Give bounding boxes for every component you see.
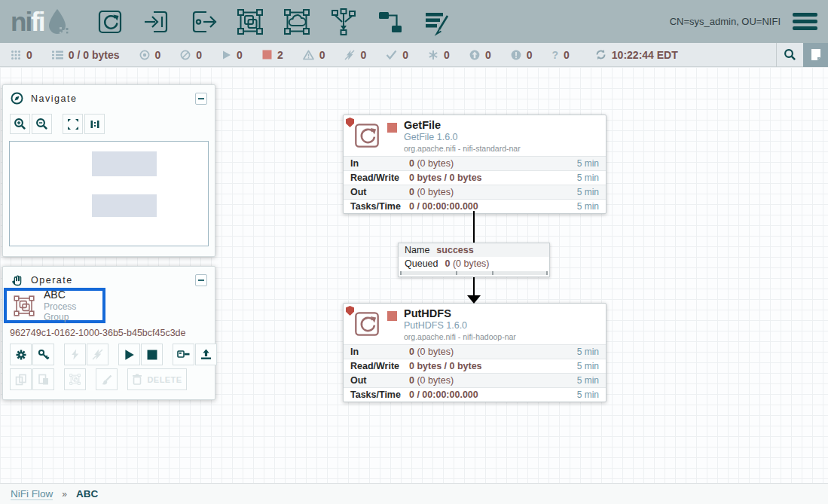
queued-stat: 0 / 0 bytes: [52, 49, 120, 61]
zoom-actual-size-icon[interactable]: [84, 114, 105, 134]
create-template-icon[interactable]: [173, 344, 194, 365]
birdseye-minimap[interactable]: [9, 141, 209, 246]
zoom-out-icon[interactable]: [32, 114, 52, 134]
delete-label: DELETE: [147, 375, 182, 384]
up-to-date-count: 0: [402, 49, 408, 61]
running-count: 0: [237, 49, 243, 61]
flow-canvas[interactable]: Name success Queued 0 (0 bytes) GetFile …: [0, 67, 828, 483]
upload-template-icon[interactable]: [195, 344, 217, 365]
processor-header: GetFile GetFile 1.6.0 org.apache.nifi - …: [344, 115, 606, 156]
queued-icon: [52, 50, 63, 60]
search-button[interactable]: [776, 43, 803, 67]
stale-icon: [469, 50, 480, 60]
minimap-processor-rect: [92, 151, 157, 176]
navigate-header: Navigate: [3, 85, 215, 109]
stat-row-out: Out 0 (0 bytes) 5 min: [344, 373, 606, 387]
breadcrumb-root-link[interactable]: NiFi Flow: [11, 488, 53, 500]
label-tool-icon[interactable]: [422, 7, 452, 37]
process-group-icon: [11, 294, 38, 318]
configure-gear-icon[interactable]: [10, 344, 32, 365]
selection-titles: ABC Process Group: [44, 289, 102, 322]
note-page-icon: [810, 48, 822, 61]
enable-bolt-icon[interactable]: [64, 344, 86, 365]
not-transmitting-stat: 0: [180, 49, 202, 61]
selection-name: ABC: [44, 289, 102, 301]
nifi-droplet-icon: [47, 8, 69, 36]
disabled-icon: [344, 50, 355, 60]
stopped-status-icon: [387, 311, 397, 321]
collapse-navigate-icon[interactable]: [195, 93, 207, 105]
stale-count: 0: [485, 49, 491, 61]
remote-process-group-tool-icon[interactable]: [282, 7, 312, 37]
processor-getfile[interactable]: GetFile GetFile 1.6.0 org.apache.nifi - …: [343, 115, 606, 214]
locally-modified-and-stale-icon: [511, 50, 521, 60]
processor-type: PutHDFS 1.6.0: [404, 320, 516, 331]
locally-modified-and-stale-count: 0: [527, 49, 533, 61]
disable-bolt-slash-icon[interactable]: [87, 344, 108, 365]
not-transmitting-count: 0: [196, 49, 202, 61]
global-menu-icon[interactable]: [793, 13, 817, 30]
zoom-fit-icon[interactable]: [63, 114, 83, 134]
sync-failure-stat: ? 0: [551, 49, 569, 61]
transmitting-stat: 0: [139, 49, 161, 61]
sync-failure-count: 0: [564, 49, 570, 61]
flow-status-bar: 0 0 / 0 bytes 0 0 0 2 0 0: [0, 43, 828, 67]
processor-name: GetFile: [404, 119, 521, 131]
stopped-icon: [262, 50, 272, 60]
refresh-icon[interactable]: [595, 49, 606, 60]
stat-row-in: In 0 (0 bytes) 5 min: [344, 344, 606, 359]
locally-modified-stat: 0: [428, 49, 450, 61]
operate-title: Operate: [31, 275, 73, 286]
connection-queued-row: Queued 0 (0 bytes): [399, 257, 549, 270]
stat-row-readwrite: Read/Write 0 bytes / 0 bytes 5 min: [344, 170, 606, 185]
sync-failure-icon: ?: [551, 49, 558, 61]
selection-type: Process Group: [44, 301, 102, 322]
processor-icon: [351, 120, 383, 153]
delete-button[interactable]: DELETE: [127, 368, 187, 390]
logo-text-fi: fi: [31, 7, 44, 37]
queue-fill-meter: [400, 271, 548, 275]
selected-process-group[interactable]: ABC Process Group: [4, 288, 105, 323]
bulletin-board-button[interactable]: [803, 43, 828, 67]
breadcrumb-current: ABC: [76, 488, 98, 499]
locally-modified-count: 0: [444, 49, 450, 61]
transmitting-icon: [139, 50, 150, 60]
connection-queued-key: Queued: [405, 258, 438, 269]
start-play-icon[interactable]: [118, 344, 140, 365]
operate-buttons-row-2: DELETE: [10, 368, 188, 390]
access-policies-key-icon[interactable]: [32, 344, 54, 365]
navigate-title: Navigate: [31, 93, 77, 104]
zoom-in-icon[interactable]: [10, 114, 30, 134]
processor-tool-icon[interactable]: [95, 7, 125, 37]
stopped-count: 2: [277, 49, 283, 61]
locally-modified-and-stale-stat: 0: [511, 49, 533, 61]
output-port-tool-icon[interactable]: [188, 7, 218, 37]
stopped-status-icon: [387, 123, 397, 133]
color-brush-icon[interactable]: [96, 368, 118, 390]
disabled-stat: 0: [344, 49, 366, 61]
operate-buttons-row-1: [10, 344, 218, 365]
navigate-tools: [3, 109, 215, 136]
minimap-processor-rect: [92, 194, 157, 217]
active-threads-count: 0: [26, 49, 32, 61]
stat-row-readwrite: Read/Write 0 bytes / 0 bytes 5 min: [344, 359, 606, 373]
copy-icon[interactable]: [10, 368, 32, 390]
refresh-time: 10:22:44 EDT: [612, 49, 678, 61]
template-tool-icon[interactable]: [375, 7, 405, 37]
current-user: CN=sys_admin, OU=NIFI: [670, 16, 781, 27]
paste-icon[interactable]: [32, 368, 54, 390]
invalid-count: 0: [319, 49, 325, 61]
connection-name-key: Name: [405, 245, 429, 255]
process-group-tool-icon[interactable]: [235, 7, 265, 37]
processor-icon: [351, 308, 383, 341]
input-port-tool-icon[interactable]: [142, 7, 172, 37]
funnel-tool-icon[interactable]: [328, 7, 359, 37]
running-icon: [222, 50, 231, 60]
stop-square-icon[interactable]: [141, 344, 163, 365]
collapse-operate-icon[interactable]: [195, 274, 207, 286]
connection-name-value: success: [436, 245, 473, 255]
processor-puthdfs[interactable]: PutHDFS PutHDFS 1.6.0 org.apache.nifi - …: [343, 303, 606, 402]
group-icon[interactable]: [64, 368, 86, 390]
queued-count: 0 / 0 bytes: [69, 49, 120, 61]
connection-label[interactable]: Name success Queued 0 (0 bytes): [398, 243, 550, 277]
